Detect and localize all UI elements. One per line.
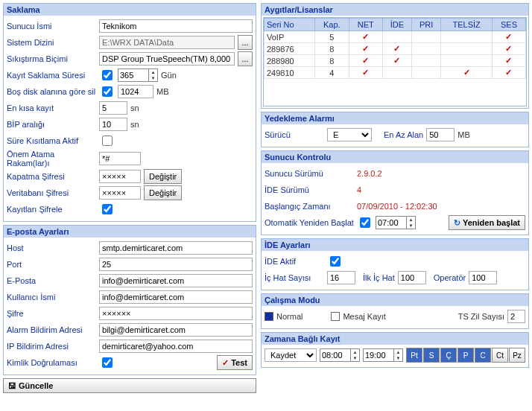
spin-down-icon[interactable]: ▼ (406, 223, 415, 229)
check-icon: ✓ (362, 68, 369, 77)
server-ver-value: 2.9.0.2 (357, 169, 525, 178)
time-limit-checkbox[interactable] (102, 136, 113, 146)
time-rec-title: Zamana Bağlı Kayıt (262, 333, 528, 345)
port-input[interactable] (99, 258, 253, 271)
spin-down-icon[interactable]: ▼ (393, 355, 402, 361)
time1-input[interactable] (320, 349, 350, 361)
disk-unit: MB (156, 87, 169, 96)
table-cell: ✓ (382, 55, 411, 67)
day-toggle-p[interactable]: P (457, 348, 474, 363)
devices-header[interactable]: İDE (382, 19, 411, 31)
server-ver-label: Sunucu Sürümü (265, 169, 354, 178)
day-toggle-ç[interactable]: Ç (440, 348, 457, 363)
close-pw-input[interactable] (99, 170, 141, 183)
bip-input[interactable] (99, 118, 127, 131)
devices-header[interactable]: PRI (411, 19, 440, 31)
spin-up-icon[interactable]: ▲ (393, 349, 402, 355)
retention-days-input[interactable] (118, 69, 148, 81)
email-pw-label: Şifre (7, 309, 96, 318)
table-row[interactable]: VoIP5✓✓ (265, 31, 526, 43)
devices-header[interactable]: Seri No (265, 19, 315, 31)
port-label: Port (7, 260, 96, 269)
restart-label: Yeniden başlat (463, 218, 520, 227)
db-pw-input[interactable] (99, 186, 141, 200)
day-toggle-s[interactable]: S (423, 348, 440, 363)
day-toggle-c[interactable]: C (475, 348, 491, 363)
ide-panel: İDE Ayarları İDE Aktif İç Hat Sayısı İlk… (261, 238, 529, 290)
table-row[interactable]: 2898768✓✓✓ (265, 43, 526, 55)
retention-spinner[interactable]: ▲▼ (118, 68, 158, 82)
encrypt-checkbox[interactable] (102, 204, 113, 214)
spin-down-icon[interactable]: ▼ (350, 355, 359, 361)
table-cell: ✓ (492, 67, 525, 79)
table-cell: 8 (314, 55, 349, 67)
server-name-input[interactable] (99, 19, 253, 33)
day-toggle-pt[interactable]: Pt (406, 348, 422, 363)
ring-input[interactable] (507, 310, 525, 323)
table-cell: 4 (314, 67, 349, 79)
time1-spinner[interactable]: ▲▼ (320, 348, 360, 362)
time2-input[interactable] (364, 349, 393, 361)
system-dir-browse-button[interactable]: ... (238, 35, 253, 50)
user-input[interactable] (99, 290, 253, 304)
alarm-addr-input[interactable] (99, 323, 253, 337)
ide-active-checkbox[interactable] (330, 256, 341, 267)
drive-select[interactable]: E (327, 128, 372, 141)
ide-op-input[interactable] (469, 271, 497, 284)
day-toggle-pz[interactable]: Pz (509, 348, 525, 363)
close-pw-change-button[interactable]: Değiştir (144, 169, 182, 184)
table-cell (411, 31, 440, 43)
min-rec-label: En kısa kayıt (7, 103, 96, 112)
table-row[interactable]: 2889808✓✓✓ (265, 55, 526, 67)
check-icon: ✓ (362, 44, 369, 53)
time-rec-panel: Zamana Bağlı Kayıt Kaydet ▲▼ ▲▼ PtSÇPCCt… (261, 332, 529, 368)
min-space-input[interactable] (426, 128, 455, 141)
time-rec-action-select[interactable]: Kaydet (265, 348, 317, 362)
devices-header[interactable]: SES (492, 19, 525, 31)
db-pw-change-button[interactable]: Değiştir (144, 185, 182, 200)
ide-title: İDE Ayarları (262, 239, 528, 251)
host-input[interactable] (99, 241, 253, 255)
day-toggle-ct[interactable]: Ct (492, 348, 508, 363)
devices-panel: Aygıtlar/Lisanslar Seri NoKap.NETİDEPRIT… (261, 3, 529, 109)
compression-browse-button[interactable]: ... (238, 51, 253, 66)
email-addr-label: E-Posta (7, 276, 96, 285)
ide-lines-input[interactable] (327, 271, 355, 284)
check-icon: ✓ (505, 56, 512, 65)
system-dir-input (99, 36, 235, 49)
email-test-button[interactable]: ✓Test (217, 355, 253, 370)
spin-down-icon[interactable]: ▼ (148, 75, 157, 81)
msg-radio[interactable] (331, 312, 340, 321)
table-cell: ✓ (349, 55, 382, 67)
spin-up-icon[interactable]: ▲ (148, 69, 157, 75)
disk-value-input[interactable] (118, 85, 153, 98)
disk-checkbox[interactable] (102, 86, 113, 97)
update-button[interactable]: 🖫 Güncelle (3, 378, 256, 393)
email-addr-input[interactable] (99, 274, 253, 287)
table-row[interactable]: 2498104✓✓✓ (265, 67, 526, 79)
auth-checkbox[interactable] (102, 357, 113, 368)
ide-first-input[interactable] (398, 271, 426, 284)
ip-addr-input[interactable] (99, 340, 253, 353)
email-panel: E-posta Ayarları Host Port E-Posta Kulla… (3, 225, 256, 375)
retention-checkbox[interactable] (102, 70, 113, 80)
restart-button[interactable]: ↻ Yeniden başlat (449, 215, 525, 230)
devices-header[interactable]: Kap. (314, 19, 349, 31)
compression-input[interactable] (99, 52, 235, 66)
retention-label: Kayıt Saklama Süresi (7, 71, 96, 80)
auto-restart-time-input[interactable] (376, 217, 406, 229)
spin-up-icon[interactable]: ▲ (406, 217, 415, 223)
normal-radio[interactable] (265, 312, 273, 321)
auto-restart-time-spinner[interactable]: ▲▼ (376, 216, 416, 229)
email-pw-input[interactable] (99, 307, 253, 320)
min-rec-input[interactable] (99, 101, 127, 115)
table-cell: VoIP (265, 31, 315, 43)
devices-header[interactable]: NET (349, 19, 382, 31)
auto-restart-checkbox[interactable] (360, 217, 370, 228)
time2-spinner[interactable]: ▲▼ (363, 348, 403, 362)
devices-header[interactable]: TELSİZ (441, 19, 493, 31)
normal-label: Normal (276, 312, 303, 321)
devices-table: Seri NoKap.NETİDEPRITELSİZSES VoIP5✓✓289… (264, 18, 526, 79)
spin-up-icon[interactable]: ▲ (350, 349, 359, 355)
prefix-input[interactable] (99, 152, 141, 165)
